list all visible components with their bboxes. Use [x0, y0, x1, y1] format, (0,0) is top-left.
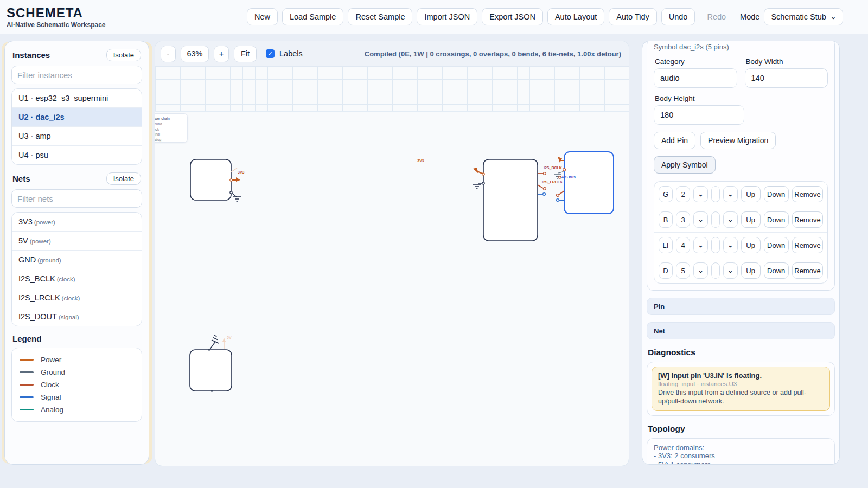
net-section-header[interactable]: Net — [647, 322, 835, 339]
app-tagline: AI-Native Schematic Workspace — [7, 21, 106, 29]
pin-side-select[interactable]: ⌄ — [693, 186, 708, 202]
pin-down-button[interactable]: Down — [764, 186, 789, 202]
mini-legend-ground: Ground — [155, 121, 184, 127]
pin-name-input[interactable] — [659, 262, 673, 279]
pin-remove-button[interactable]: Remove — [792, 237, 823, 253]
clock-swatch — [20, 384, 34, 386]
instance-item-u3[interactable]: U3 · amp — [12, 126, 142, 145]
pin-type-select[interactable]: ⌄ — [723, 237, 738, 253]
pin-name-input[interactable] — [659, 237, 673, 253]
nets-isolate-button[interactable]: Isolate — [106, 172, 141, 185]
net-item-i2s-dout[interactable]: I2S_DOUT(signal) — [12, 307, 142, 326]
instance-item-u4[interactable]: U4 · psu — [12, 145, 142, 164]
legend-label: Power — [41, 356, 61, 364]
pin-side-select[interactable]: ⌄ — [693, 237, 708, 253]
new-button[interactable]: New — [247, 8, 278, 25]
undo-button[interactable]: Undo — [661, 8, 695, 25]
chevron-down-icon: ⌄ — [698, 241, 703, 249]
category-input[interactable] — [654, 68, 737, 88]
mode-select[interactable]: Schematic Stub ⌄ — [764, 8, 843, 25]
export-json-button[interactable]: Export JSON — [482, 8, 543, 25]
filter-instances-input[interactable] — [11, 66, 142, 84]
pin-up-button[interactable]: Up — [741, 186, 761, 202]
mode-label: Mode — [740, 12, 760, 21]
net-item-5v[interactable]: 5V(power) — [12, 231, 142, 250]
body-width-input[interactable] — [745, 68, 828, 88]
legend-item-clock: Clock — [20, 378, 134, 391]
load-sample-button[interactable]: Load Sample — [282, 8, 343, 25]
pin-remove-button[interactable]: Remove — [792, 186, 823, 202]
pin-remove-button[interactable]: Remove — [792, 211, 823, 228]
chevron-down-icon: ⌄ — [727, 190, 733, 198]
pin-down-button[interactable]: Down — [764, 237, 789, 253]
net-type: (signal) — [59, 314, 79, 320]
net-item-i2s-lrclk[interactable]: I2S_LRCLK(clock) — [12, 288, 142, 307]
preview-migration-button[interactable]: Preview Migration — [700, 132, 776, 149]
warning-body: Drive this input from a defined source o… — [658, 388, 824, 406]
legend-label: Signal — [41, 393, 61, 401]
net-item-3v3[interactable]: 3V3(power) — [12, 213, 142, 231]
pin-down-button[interactable]: Down — [764, 211, 789, 228]
legend-item-analog: Analog — [20, 403, 134, 416]
pin-type-select[interactable]: ⌄ — [723, 186, 738, 202]
redo-button[interactable]: Redo — [699, 8, 733, 25]
pin-up-button[interactable]: Up — [741, 262, 761, 279]
pin-number-input[interactable] — [676, 211, 690, 228]
schematic-drawing — [155, 41, 629, 466]
pin-number-input[interactable] — [676, 237, 690, 253]
pin-extra-input[interactable] — [711, 186, 720, 202]
topology-title: Topology — [648, 424, 834, 434]
body-width-label: Body Width — [746, 57, 827, 66]
pin-up-button[interactable]: Up — [741, 237, 761, 253]
pin-type-select[interactable]: ⌄ — [723, 262, 738, 279]
auto-tidy-button[interactable]: Auto Tidy — [609, 8, 656, 25]
pin-row-5: ⌄ ⌄ Up Down Remove — [654, 258, 827, 283]
pin-type-select[interactable]: ⌄ — [723, 211, 738, 228]
instance-item-u2[interactable]: U2 · dac_i2s — [12, 107, 142, 126]
pin-down-button[interactable]: Down — [764, 262, 789, 279]
pin-side-select[interactable]: ⌄ — [693, 211, 708, 228]
instance-item-u1[interactable]: U1 · esp32_s3_supermini — [12, 89, 142, 107]
pin-number-input[interactable] — [676, 186, 690, 202]
instances-isolate-button[interactable]: Isolate — [106, 49, 141, 61]
net-type: (power) — [30, 238, 51, 245]
import-json-button[interactable]: Import JSON — [417, 8, 477, 25]
symbol-editor-section: Symbol dac_i2s (5 pins) Category Body Wi… — [647, 41, 835, 291]
pin-side-select[interactable]: ⌄ — [693, 262, 708, 279]
warning-title: [W] Input pin 'U3.IN' is floating. — [658, 371, 824, 380]
add-pin-button[interactable]: Add Pin — [654, 132, 695, 149]
pin-extra-input[interactable] — [711, 211, 720, 228]
category-label: Category — [655, 57, 736, 66]
pin-section-header[interactable]: Pin — [647, 298, 835, 315]
warning-meta: floating_input · instances.U3 — [658, 381, 824, 387]
net-item-i2s-bclk[interactable]: I2S_BCLK(clock) — [12, 269, 142, 288]
apply-symbol-button[interactable]: Apply Symbol — [654, 156, 716, 174]
symbol-editor-title: Symbol dac_i2s (5 pins) — [654, 43, 828, 51]
pin-extra-input[interactable] — [711, 237, 720, 253]
pin-row-3: ⌄ ⌄ Up Down Remove — [654, 207, 827, 232]
ground-swatch — [20, 371, 34, 374]
pin-row-4: ⌄ ⌄ Up Down Remove — [654, 232, 827, 258]
pin-remove-button[interactable]: Remove — [792, 262, 823, 279]
net-item-gnd[interactable]: GND(ground) — [12, 250, 142, 269]
body-height-input[interactable] — [654, 105, 744, 125]
topology-line: - 5V: 1 consumers — [654, 460, 828, 465]
net-name: I2S_LRCLK — [18, 293, 60, 302]
net-label-5v-amp: 5V — [227, 336, 232, 339]
auto-layout-button[interactable]: Auto Layout — [547, 8, 604, 25]
instances-title: Instances — [12, 50, 50, 60]
filter-nets-input[interactable] — [11, 189, 142, 208]
diagnostic-warning-card[interactable]: [W] Input pin 'U3.IN' is floating. float… — [652, 367, 830, 411]
diagnostics-title: Diagnostics — [648, 348, 834, 357]
pin-extra-input[interactable] — [711, 262, 720, 279]
legend-item-signal: Signal — [20, 391, 134, 403]
schematic-canvas[interactable]: - 63% + Fit ✓ Labels Compiled (0E, 1W | … — [155, 41, 629, 466]
pin-up-button[interactable]: Up — [741, 211, 761, 228]
pin-name-input[interactable] — [659, 186, 673, 202]
canvas-mini-legend: Power chain Ground Clock Signal Analog — [155, 113, 188, 143]
pin-number-input[interactable] — [676, 262, 690, 279]
mode-select-value: Schematic Stub — [771, 12, 826, 21]
pin-name-input[interactable] — [659, 211, 673, 228]
reset-sample-button[interactable]: Reset Sample — [348, 8, 412, 25]
chevron-down-icon: ⌄ — [698, 190, 703, 198]
